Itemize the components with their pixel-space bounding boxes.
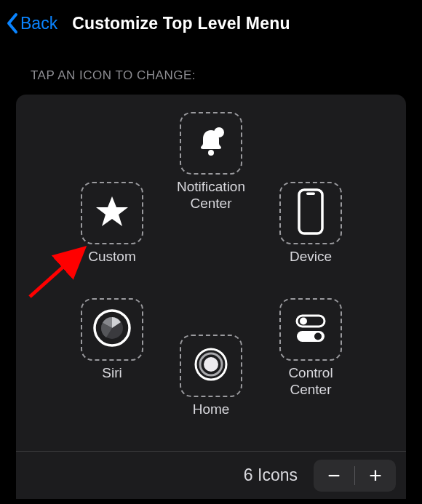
icon-slot xyxy=(279,298,342,361)
icon-slot xyxy=(81,182,143,244)
page-title: Customize Top Level Menu xyxy=(72,14,410,33)
menu-item-label: NotificationCenter xyxy=(177,179,245,212)
toggles-icon xyxy=(292,309,330,350)
menu-item-home[interactable]: Home xyxy=(167,335,255,418)
section-label: TAP AN ICON TO CHANGE: xyxy=(0,42,422,90)
decrease-button[interactable]: − xyxy=(314,460,354,492)
svg-point-1 xyxy=(214,127,224,137)
icon-slot xyxy=(81,298,143,361)
menu-item-label: Custom xyxy=(88,249,135,265)
menu-item-label: Siri xyxy=(102,365,122,382)
menu-item-control-center[interactable]: ControlCenter xyxy=(267,298,354,399)
chevron-left-icon xyxy=(6,12,19,34)
icon-slot xyxy=(279,182,342,244)
menu-item-label: Device xyxy=(290,249,332,265)
menu-item-label: ControlCenter xyxy=(288,365,333,399)
menu-item-device[interactable]: Device xyxy=(267,182,354,265)
back-label: Back xyxy=(20,14,57,33)
svg-point-0 xyxy=(208,150,214,156)
bell-dot-icon xyxy=(193,124,229,163)
home-ring-icon xyxy=(194,347,228,385)
nav-bar: Back Customize Top Level Menu xyxy=(0,0,422,42)
menu-panel: NotificationCenter Custom xyxy=(16,95,406,499)
back-button[interactable]: Back xyxy=(6,12,57,34)
icon-count-label: 6 Icons xyxy=(16,465,306,485)
svg-rect-3 xyxy=(306,193,315,196)
icon-slot xyxy=(180,112,242,175)
menu-item-siri[interactable]: Siri xyxy=(68,298,156,382)
star-icon xyxy=(93,193,131,233)
icon-slot xyxy=(180,335,242,397)
phone-outline-icon xyxy=(295,188,327,239)
icon-count-footer: 6 Icons − + xyxy=(16,451,406,499)
menu-item-label: Home xyxy=(193,401,230,418)
increase-button[interactable]: + xyxy=(355,460,396,492)
icon-grid: NotificationCenter Custom xyxy=(16,95,406,451)
icon-count-stepper: − + xyxy=(314,460,396,492)
svg-point-12 xyxy=(204,357,218,372)
svg-rect-2 xyxy=(299,190,322,233)
siri-icon xyxy=(92,308,132,351)
svg-point-9 xyxy=(314,333,322,340)
svg-point-7 xyxy=(300,318,307,325)
menu-item-notification-center[interactable]: NotificationCenter xyxy=(167,112,255,212)
menu-item-custom[interactable]: Custom xyxy=(68,182,156,265)
